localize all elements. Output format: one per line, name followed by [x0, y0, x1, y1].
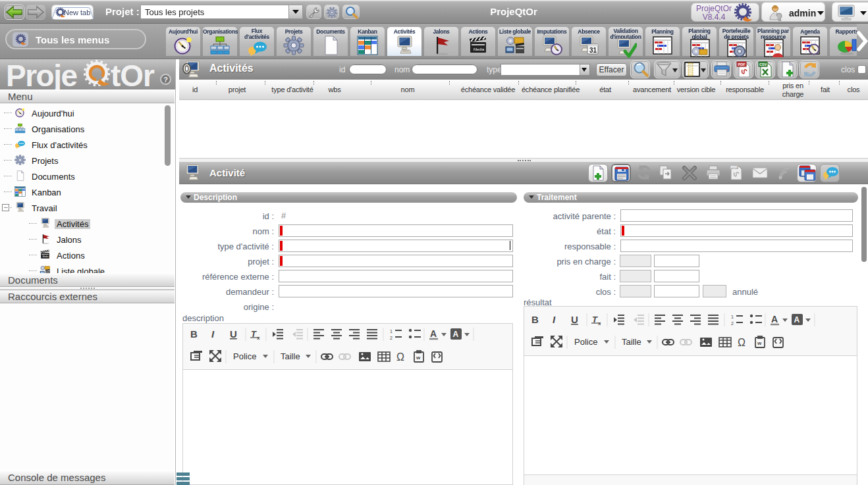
svg-text:Taille: Taille [622, 337, 641, 347]
svg-text:U: U [230, 328, 237, 340]
svg-text:Taille: Taille [281, 351, 300, 361]
svg-text:1: 1 [390, 329, 393, 334]
svg-text:U: U [571, 314, 578, 325]
svg-text:Ω: Ω [738, 337, 746, 348]
svg-text:2: 2 [731, 321, 734, 326]
svg-text:2: 2 [390, 336, 393, 340]
svg-text:w: w [757, 340, 762, 346]
svg-text:I: I [553, 314, 556, 325]
svg-text:Police: Police [233, 351, 256, 361]
svg-text:B: B [190, 328, 198, 340]
svg-text:A: A [771, 314, 778, 324]
svg-text:CSV: CSV [759, 63, 767, 66]
svg-text:1: 1 [731, 315, 734, 319]
svg-text:I: I [211, 328, 215, 340]
svg-text:A: A [453, 330, 459, 339]
svg-text:tOr: tOr [111, 59, 155, 89]
svg-text:Media: Media [474, 47, 485, 51]
svg-text:31: 31 [589, 47, 597, 54]
svg-text:Proje: Proje [6, 59, 77, 89]
svg-text:PDF: PDF [738, 63, 746, 66]
svg-text:w: w [416, 355, 421, 361]
svg-text:B: B [531, 314, 539, 325]
svg-text:PDF: PDF [731, 165, 738, 169]
svg-text:A: A [430, 328, 437, 339]
svg-text:Ω: Ω [396, 351, 404, 363]
svg-text:Media: Media [43, 255, 49, 258]
svg-text:Police: Police [574, 337, 597, 347]
svg-text:A: A [794, 315, 800, 324]
